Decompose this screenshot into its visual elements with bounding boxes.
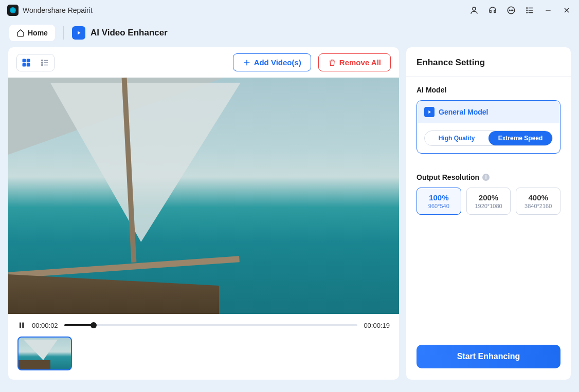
- svg-rect-28: [22, 323, 24, 328]
- remove-all-label: Remove All: [339, 58, 381, 67]
- panel-header: Enhance Setting: [406, 47, 571, 77]
- toolbar: Add Video(s) Remove All: [8, 47, 399, 78]
- enhance-panel: Enhance Setting AI Model General Model H…: [406, 47, 571, 380]
- svg-rect-27: [20, 323, 21, 328]
- model-card: General Model High Quality Extreme Speed: [417, 100, 560, 154]
- add-videos-label: Add Video(s): [254, 58, 301, 67]
- model-head[interactable]: General Model: [417, 101, 560, 123]
- svg-point-5: [527, 8, 528, 9]
- model-name: General Model: [439, 108, 488, 116]
- output-resolution-label: Output Resolution: [417, 173, 479, 181]
- grid-view-button[interactable]: [17, 54, 35, 71]
- panel-title: Enhance Setting: [417, 58, 560, 68]
- svg-point-4: [512, 10, 513, 11]
- main: Add Video(s) Remove All 00:00:02: [0, 47, 579, 388]
- support-icon[interactable]: [487, 5, 498, 15]
- home-button[interactable]: Home: [9, 25, 55, 41]
- resolution-section: Output Resolution i 100% 960*540 200% 19…: [417, 173, 560, 215]
- resolution-label-row: Output Resolution i: [417, 173, 560, 181]
- model-icon: [424, 107, 435, 117]
- progress-slider[interactable]: [64, 324, 358, 326]
- progress-fill: [64, 324, 94, 326]
- add-videos-button[interactable]: Add Video(s): [233, 53, 311, 71]
- close-icon[interactable]: [562, 5, 572, 15]
- svg-point-3: [511, 10, 512, 11]
- home-label: Home: [28, 29, 48, 37]
- svg-point-21: [42, 62, 43, 63]
- resolution-dim: 960*540: [419, 203, 459, 209]
- home-icon: [16, 29, 25, 37]
- toolbar-actions: Add Video(s) Remove All: [233, 53, 391, 71]
- current-time: 00:00:02: [32, 322, 58, 329]
- remove-all-button[interactable]: Remove All: [318, 53, 391, 71]
- resolution-dim: 3840*2160: [518, 203, 558, 209]
- left-panel: Add Video(s) Remove All 00:00:02: [8, 47, 399, 380]
- play-badge-icon: [72, 26, 85, 40]
- app-title: Wondershare Repairit: [23, 6, 93, 14]
- svg-point-23: [42, 64, 43, 65]
- thumbnail-strip: [8, 337, 399, 380]
- resolution-pct: 100%: [419, 193, 459, 202]
- panel-body: AI Model General Model High Quality Extr…: [406, 77, 571, 335]
- panel-footer: Start Enhancing: [406, 335, 571, 380]
- titlebar-right: [469, 5, 572, 15]
- resolution-grid: 100% 960*540 200% 1920*1080 400% 3840*21…: [417, 188, 560, 215]
- pause-button[interactable]: [17, 321, 26, 329]
- titlebar-left: Wondershare Repairit: [7, 5, 93, 16]
- resolution-200[interactable]: 200% 1920*1080: [466, 188, 511, 215]
- grid-icon: [22, 58, 31, 67]
- svg-rect-17: [23, 63, 25, 66]
- trash-icon: [328, 59, 336, 67]
- svg-point-2: [509, 10, 510, 11]
- page-title-wrap: AI Video Enhancer: [72, 26, 168, 40]
- list-view-button[interactable]: [35, 54, 54, 71]
- plus-icon: [243, 59, 251, 67]
- mode-toggle: High Quality Extreme Speed: [424, 130, 553, 146]
- svg-point-0: [473, 7, 476, 10]
- resolution-100[interactable]: 100% 960*540: [417, 188, 461, 215]
- video-thumbnail[interactable]: [17, 337, 72, 370]
- titlebar: Wondershare Repairit: [0, 0, 579, 21]
- header-nav: Home AI Video Enhancer: [0, 21, 579, 47]
- high-quality-option[interactable]: High Quality: [425, 131, 488, 145]
- account-icon[interactable]: [469, 5, 479, 15]
- view-toggle: [16, 54, 55, 71]
- duration-time: 00:00:19: [364, 322, 390, 329]
- svg-marker-29: [428, 110, 431, 114]
- info-icon[interactable]: i: [482, 174, 490, 181]
- page-title: AI Video Enhancer: [91, 28, 168, 38]
- minimize-icon[interactable]: [543, 5, 553, 15]
- svg-point-9: [527, 12, 528, 13]
- svg-point-19: [42, 60, 43, 61]
- playback-controls: 00:00:02 00:00:19: [8, 314, 399, 337]
- resolution-dim: 1920*1080: [469, 203, 509, 209]
- start-enhancing-button[interactable]: Start Enhancing: [417, 345, 560, 368]
- progress-thumb[interactable]: [91, 322, 97, 328]
- ai-model-label: AI Model: [417, 86, 560, 94]
- app-logo-icon: [7, 5, 19, 16]
- list-icon: [40, 58, 49, 67]
- svg-rect-18: [27, 63, 30, 66]
- svg-marker-14: [78, 31, 81, 35]
- divider: [63, 26, 64, 40]
- extreme-speed-option[interactable]: Extreme Speed: [488, 131, 552, 145]
- feedback-icon[interactable]: [506, 5, 516, 15]
- resolution-pct: 400%: [518, 193, 558, 202]
- menu-icon[interactable]: [524, 5, 535, 15]
- resolution-pct: 200%: [469, 193, 509, 202]
- svg-point-7: [527, 10, 528, 11]
- resolution-400[interactable]: 400% 3840*2160: [516, 188, 560, 215]
- svg-rect-16: [27, 59, 30, 62]
- svg-rect-15: [23, 59, 25, 62]
- video-preview[interactable]: [8, 78, 399, 314]
- pause-icon: [17, 321, 26, 329]
